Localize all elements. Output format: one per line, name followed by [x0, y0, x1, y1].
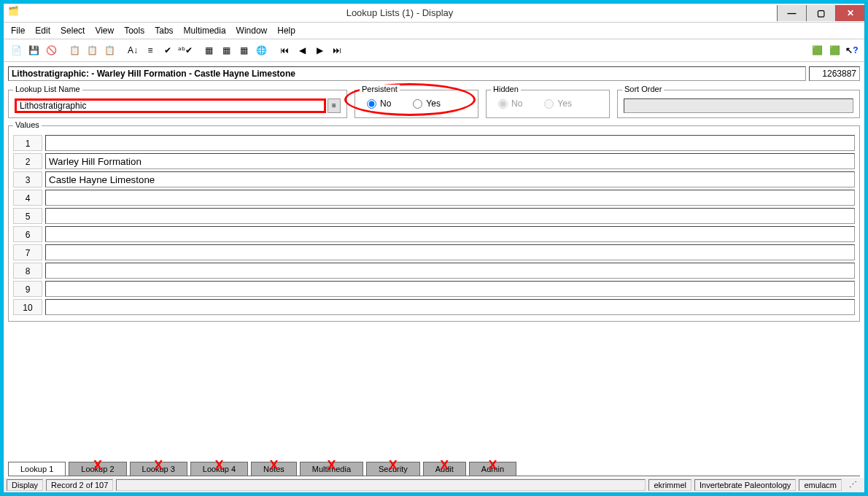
tab-audit[interactable]: AuditX — [423, 462, 466, 476]
value-row-number: 7 — [13, 244, 42, 260]
annotation-x: X — [488, 458, 497, 473]
close-button[interactable]: ✕ — [835, 5, 864, 21]
lookup-name-picker-button[interactable]: ≡ — [328, 98, 341, 113]
menu-view[interactable]: View — [95, 26, 114, 36]
maximize-button[interactable]: ▢ — [806, 5, 835, 21]
save-icon[interactable]: 💾 — [26, 42, 42, 58]
menu-file[interactable]: File — [11, 26, 25, 36]
value-row-number: 2 — [13, 153, 42, 169]
minimize-button[interactable]: — — [777, 5, 806, 21]
value-input-3[interactable] — [45, 171, 855, 187]
value-input-6[interactable] — [45, 226, 855, 242]
status-resize-grip[interactable]: ⋰ — [845, 479, 861, 491]
grid1-icon[interactable]: ▦ — [201, 42, 217, 58]
value-input-7[interactable] — [45, 244, 855, 260]
abc-icon[interactable]: ᵃᵇ✔ — [177, 42, 193, 58]
value-row-number: 8 — [13, 263, 42, 279]
whatsthis-icon[interactable]: ↖? — [844, 42, 860, 58]
doc3-icon[interactable]: 📋 — [101, 42, 117, 58]
annotation-x: X — [440, 458, 449, 473]
value-row-number: 10 — [13, 299, 42, 315]
hidden-no-radio: No — [498, 98, 522, 109]
value-input-1[interactable] — [45, 135, 855, 151]
status-record: Record 2 of 107 — [46, 479, 113, 491]
status-db: emulacm — [799, 479, 842, 491]
green1-icon[interactable]: 🟩 — [809, 42, 825, 58]
annotation-x: X — [389, 458, 398, 473]
persistent-no-radio[interactable]: No — [367, 98, 391, 109]
titlebar: 🗂️ Lookup Lists (1) - Display — ▢ ✕ — [4, 4, 864, 23]
values-label: Values — [13, 120, 42, 129]
annotation-x: X — [327, 458, 336, 473]
lookup-name-label: Lookup List Name — [13, 85, 82, 93]
annotation-x: X — [269, 458, 278, 473]
value-input-9[interactable] — [45, 281, 855, 297]
value-row-number: 6 — [13, 226, 42, 242]
record-title: Lithostratigraphic: - Warley Hill Format… — [8, 66, 806, 81]
app-icon: 🗂️ — [8, 6, 23, 20]
status-user: ekrimmel — [648, 479, 691, 491]
last-icon[interactable]: ⏭ — [329, 42, 345, 58]
menu-help[interactable]: Help — [277, 26, 295, 36]
doc1-icon[interactable]: 📋 — [66, 42, 82, 58]
earth-icon[interactable]: 🌐 — [253, 42, 269, 58]
value-input-8[interactable] — [45, 263, 855, 279]
persistent-label: Persistent — [360, 85, 400, 93]
no-icon[interactable]: 🚫 — [43, 42, 59, 58]
hidden-label: Hidden — [491, 85, 521, 93]
status-mode: Display — [7, 479, 43, 491]
value-input-4[interactable] — [45, 190, 855, 206]
check-icon[interactable]: ✔ — [160, 42, 176, 58]
record-id: 1263887 — [809, 66, 860, 81]
window-title: Lookup Lists (1) - Display — [23, 7, 777, 18]
tab-security[interactable]: SecurityX — [366, 462, 420, 476]
menu-multimedia[interactable]: Multimedia — [184, 26, 226, 36]
new-icon[interactable]: 📄 — [8, 42, 24, 58]
value-input-2[interactable] — [45, 153, 855, 169]
first-icon[interactable]: ⏮ — [276, 42, 292, 58]
sortorder-label: Sort Order — [622, 85, 664, 93]
tab-admin[interactable]: AdminX — [469, 462, 516, 476]
menu-window[interactable]: Window — [236, 26, 268, 36]
value-row-number: 9 — [13, 281, 42, 297]
value-row-number: 3 — [13, 171, 42, 187]
tab-lookup-2[interactable]: Lookup 2X — [69, 462, 126, 476]
annotation-x: X — [93, 458, 102, 473]
lookup-name-input[interactable] — [15, 98, 326, 113]
layout-icon[interactable]: ≡ — [142, 42, 158, 58]
doc2-icon[interactable]: 📋 — [84, 42, 100, 58]
toolbar: 📄💾🚫📋📋📋A↓≡✔ᵃᵇ✔▦▦▦🌐⏮◀▶⏭ 🟩🟩↖? — [4, 39, 864, 62]
menu-edit[interactable]: Edit — [35, 26, 50, 36]
tab-multimedia[interactable]: MultimediaX — [300, 462, 363, 476]
menu-tools[interactable]: Tools — [124, 26, 144, 36]
tab-lookup-1[interactable]: Lookup 1 — [8, 462, 66, 476]
tab-lookup-4[interactable]: Lookup 4X — [190, 462, 248, 476]
menubar: FileEditSelectViewToolsTabsMultimediaWin… — [4, 23, 864, 39]
tabs: Lookup 1Lookup 2XLookup 3XLookup 4XNotes… — [4, 462, 864, 476]
green2-icon[interactable]: 🟩 — [826, 42, 842, 58]
tab-notes[interactable]: NotesX — [251, 462, 297, 476]
next-icon[interactable]: ▶ — [311, 42, 328, 58]
value-input-10[interactable] — [45, 299, 855, 315]
sort-az-icon[interactable]: A↓ — [125, 42, 141, 58]
prev-icon[interactable]: ◀ — [294, 42, 310, 58]
value-row-number: 5 — [13, 208, 42, 224]
menu-tabs[interactable]: Tabs — [155, 26, 173, 36]
status-dept: Invertebrate Paleontology — [694, 479, 796, 491]
persistent-yes-radio[interactable]: Yes — [413, 98, 441, 109]
tab-lookup-3[interactable]: Lookup 3X — [130, 462, 187, 476]
sortorder-input — [624, 98, 853, 113]
annotation-x: X — [214, 458, 223, 473]
grid2-icon[interactable]: ▦ — [218, 42, 234, 58]
grid3-icon[interactable]: ▦ — [236, 42, 252, 58]
value-row-number: 1 — [13, 135, 42, 151]
value-input-5[interactable] — [45, 208, 855, 224]
hidden-yes-radio: Yes — [544, 98, 572, 109]
annotation-x: X — [154, 458, 163, 473]
menu-select[interactable]: Select — [61, 26, 85, 36]
statusbar: Display Record 2 of 107 ekrimmel Inverte… — [4, 476, 864, 492]
value-row-number: 4 — [13, 190, 42, 206]
